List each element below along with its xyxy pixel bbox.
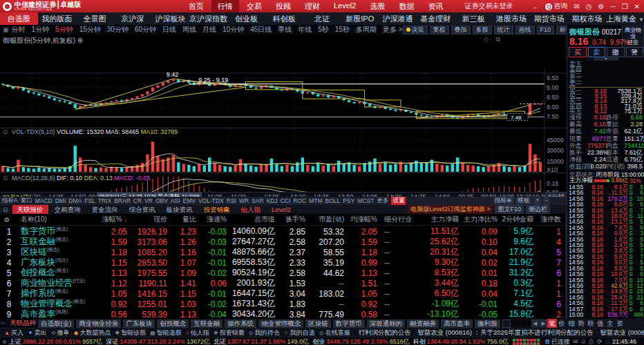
table-row[interactable]: 3区块链(概念)1.181085.201.16-0.0148875.66亿2.3… xyxy=(0,246,565,257)
column-header-4[interactable]: 量比 xyxy=(171,215,200,224)
nav-item-4[interactable]: 沪深板块 xyxy=(151,12,189,25)
scroll-left-icon[interactable]: ◀ xyxy=(531,319,539,327)
board-chip-5[interactable]: 操作系统 xyxy=(225,319,256,328)
indicator-tab-sar[interactable]: SAR xyxy=(252,197,263,204)
period-3[interactable]: 15分钟 xyxy=(79,25,101,34)
board-chip-2[interactable]: 广东板块 xyxy=(123,319,155,328)
indicator-tab-trix[interactable]: TRIX xyxy=(98,197,111,204)
board-chip-10[interactable]: 融资融券 xyxy=(407,319,439,328)
chart-tool-2[interactable]: 叠加 xyxy=(451,26,471,34)
column-header-7[interactable]: 换手% xyxy=(279,215,310,224)
board-chip-7[interactable]: 区块链 xyxy=(305,319,331,328)
table-row[interactable]: 4广东板块(地区)1.152853.501.07-0.0169558.53亿2.… xyxy=(0,257,565,267)
period-9[interactable]: 10分钟 xyxy=(222,25,244,34)
indicator-tab-更多[interactable]: 更多 xyxy=(377,197,388,205)
board-chip-6[interactable]: 物业管理概念 xyxy=(258,319,303,328)
chart-tool-0[interactable]: 决策 xyxy=(403,26,428,34)
layout-icon[interactable]: ▣ xyxy=(3,26,9,33)
index-1[interactable]: 深证14309.47313.202.24%13672亿 xyxy=(106,337,210,345)
indicator-settings[interactable]: 设置 xyxy=(391,197,406,205)
period-11[interactable]: 季线 xyxy=(278,25,292,34)
nav-item-16[interactable]: 上海黄金 ▼ xyxy=(606,12,644,25)
level2-promo[interactable]: 电脑版Level2订阅监察神器 > xyxy=(408,205,493,214)
calc-icon[interactable]: ⌸ xyxy=(581,338,585,345)
indicator-tab-fsl[interactable]: FSL xyxy=(84,197,95,204)
board-chip-empty[interactable] xyxy=(502,319,511,328)
close-button[interactable]: ✕ xyxy=(634,3,640,10)
table-row[interactable]: 2互联金融(概念)1.593173.061.26-0.0327647.27亿2.… xyxy=(0,236,565,246)
indicator-tab-窗口[interactable]: 窗口 xyxy=(21,197,32,205)
indicator-tab-vr[interactable]: VR xyxy=(144,197,153,204)
period-2[interactable]: 5分钟 xyxy=(55,25,73,34)
board-chip-12[interactable]: 微利股 xyxy=(475,319,500,328)
index-2[interactable]: 北证1307.6721.371.66%149.0亿 xyxy=(214,337,309,345)
subtab-5[interactable]: 投资锦囊 xyxy=(199,205,235,214)
indicator-tab-emv[interactable]: EMV xyxy=(183,197,196,204)
nav-item-5[interactable]: 京沪深指数 xyxy=(189,12,227,25)
indicator-tab-boll[interactable]: BOLL xyxy=(325,197,341,204)
period-12[interactable]: 年线 xyxy=(298,25,312,34)
chart-tool-1[interactable]: 复权 xyxy=(430,26,449,34)
board-chip-4[interactable]: 互联金融 xyxy=(191,319,222,328)
indicator-tab-kdj[interactable]: KDJ xyxy=(267,197,278,204)
menu-item-7[interactable]: 数据 xyxy=(392,0,420,13)
indicator-tab-wr[interactable]: WR xyxy=(239,197,249,204)
indicator-tool-2[interactable]: + xyxy=(533,197,541,205)
gear-icon[interactable]: ⚙ xyxy=(4,216,10,224)
period-1[interactable]: 1分钟 xyxy=(32,25,50,34)
nav-item-13[interactable]: 港股市场 xyxy=(493,12,531,25)
nav-item-1[interactable]: 我的版面 xyxy=(38,12,76,25)
tick-tab-1[interactable]: 价 xyxy=(557,319,567,328)
period-13[interactable]: 5秒 xyxy=(318,25,329,34)
tick-list[interactable]: 14:558.168.1万S514:568.1611.5万S614:568.16… xyxy=(569,184,643,317)
tick-tab-4[interactable]: 联 xyxy=(586,319,596,328)
indicator-tool-3[interactable]: - xyxy=(543,197,549,205)
minimize-button[interactable]: ─ xyxy=(611,3,616,10)
collapse-icon[interactable]: ⊟ xyxy=(3,206,8,213)
indicator-tab-vol-tdx[interactable]: VOL-TDX xyxy=(198,197,224,204)
nav-item-0[interactable]: 自选股 xyxy=(0,12,38,25)
tick-tab-7[interactable]: 资 xyxy=(615,319,625,328)
tick-tab-2[interactable]: 细 xyxy=(567,319,576,328)
indicator-tab-rsi[interactable]: RSI xyxy=(227,197,236,204)
board-chip-0[interactable]: 自选股(全) xyxy=(38,319,74,328)
tick-tab-3[interactable]: 势 xyxy=(576,319,586,328)
nav-item-3[interactable]: 京沪深 xyxy=(113,12,151,25)
period-4[interactable]: 30分钟 xyxy=(107,25,129,34)
indicator-tool-1[interactable]: 模板 xyxy=(515,197,531,205)
menu-item-4[interactable]: 理财 xyxy=(299,0,326,13)
menu-item-6[interactable]: 选股 xyxy=(363,0,391,13)
table-row[interactable]: 9高市盈率(风格)0.56539.391.13-0.0430434.20亿3.8… xyxy=(0,308,565,319)
index-0[interactable]: 上证3986.2220.050.51%9557亿 xyxy=(9,337,103,345)
nav-item-9[interactable]: 新股IPO xyxy=(341,12,379,25)
table-row[interactable]: 8物业管理概念(概念)0.921255.011.03-0.0216731.43亿… xyxy=(0,298,565,308)
table-row[interactable]: 6商业物业经营(行业)1.121190.111.410.062001.93亿1.… xyxy=(0,277,565,288)
collapse-icon[interactable]: ⊙ xyxy=(3,175,8,181)
column-header-11[interactable]: 主力净额 xyxy=(412,215,463,224)
nav-item-14[interactable]: 期货市场 xyxy=(530,12,568,25)
board-chip-11[interactable]: 高市盈率 xyxy=(441,319,473,328)
indicator-tab-roc[interactable]: ROC xyxy=(293,197,306,204)
mail-icon[interactable]: ✉ xyxy=(574,3,579,10)
period-5[interactable]: 60分钟 xyxy=(135,25,156,34)
nav-item-6[interactable]: 创业板 xyxy=(227,12,265,25)
market-heatmap-mini[interactable] xyxy=(512,339,542,345)
collapse-icon[interactable]: ⊙ xyxy=(3,128,8,135)
indicator-tab-psy[interactable]: PSY xyxy=(343,197,354,204)
price-chart[interactable]: 9.25 - 9.197.489.429.509.008.508.007.504… xyxy=(0,34,567,197)
period-14[interactable]: 15秒 xyxy=(335,25,350,34)
indicator-tab-mtm[interactable]: MTM xyxy=(309,197,322,204)
column-header-5[interactable]: 涨速% xyxy=(200,215,231,224)
back-icon[interactable]: ← xyxy=(532,3,539,10)
subtab-3[interactable]: 综合资讯 xyxy=(124,205,160,214)
indicator-tab-asi[interactable]: ASI xyxy=(171,197,180,204)
indicator-tab-macd[interactable]: MACD xyxy=(35,197,53,204)
column-header-10[interactable]: 细分行业 xyxy=(381,215,412,224)
board-chip-3[interactable]: 创投概念 xyxy=(157,319,189,328)
nav-item-8[interactable]: 北证 xyxy=(303,12,341,25)
menu-item-3[interactable]: 投顾 xyxy=(269,0,297,13)
period-0[interactable]: 分时 xyxy=(12,25,26,34)
pin-icon[interactable]: ⊢ xyxy=(1,320,6,326)
menu-item-1[interactable]: 行情 xyxy=(211,0,239,13)
indicator-tab-cci[interactable]: CCI xyxy=(281,197,291,204)
